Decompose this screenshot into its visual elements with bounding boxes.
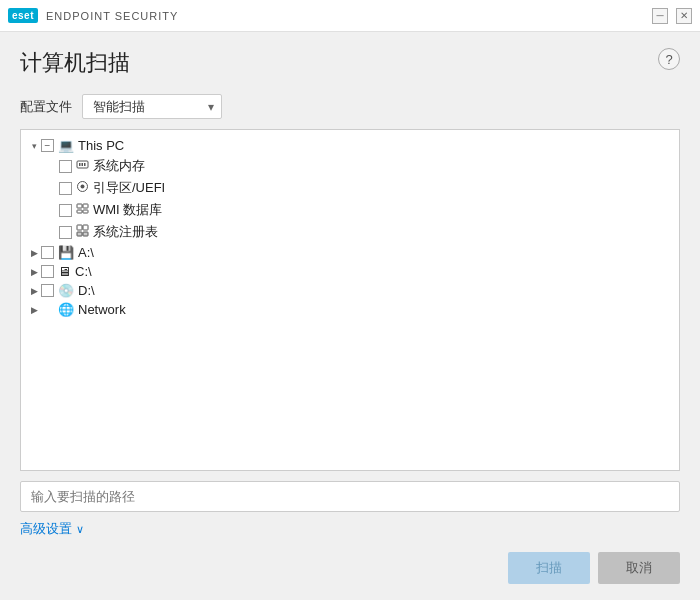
- eset-logo: eset: [8, 8, 38, 23]
- svg-rect-12: [77, 232, 82, 236]
- path-input[interactable]: [20, 481, 680, 512]
- cancel-button[interactable]: 取消: [598, 552, 680, 584]
- tree-icon-registry: [76, 224, 89, 240]
- tree-checkbox-drive-a[interactable]: [41, 246, 54, 259]
- tree-icon-system-memory: [76, 158, 89, 174]
- tree-icon-drive-d: 💿: [58, 283, 74, 298]
- svg-rect-7: [83, 204, 88, 208]
- tree-checkbox-wmi-db[interactable]: [59, 204, 72, 217]
- tree-checkbox-system-memory[interactable]: [59, 160, 72, 173]
- titlebar: eset ENDPOINT SECURITY ─ ✕: [0, 0, 700, 32]
- tree-item-registry[interactable]: ▶系统注册表: [21, 221, 679, 243]
- logo-text: eset: [8, 8, 38, 23]
- tree-expander-drive-a[interactable]: ▶: [27, 246, 41, 260]
- tree-label-network: Network: [78, 302, 126, 317]
- minimize-button[interactable]: ─: [652, 8, 668, 24]
- tree-icon-this-pc: 💻: [58, 138, 74, 153]
- advanced-settings-row[interactable]: 高级设置 ∨: [20, 520, 680, 538]
- tree-expander-this-pc[interactable]: ▾: [27, 139, 41, 153]
- tree-item-system-memory[interactable]: ▶系统内存: [21, 155, 679, 177]
- tree-item-this-pc[interactable]: ▾💻This PC: [21, 136, 679, 155]
- tree-icon-drive-c: 🖥: [58, 264, 71, 279]
- close-button[interactable]: ✕: [676, 8, 692, 24]
- svg-rect-11: [83, 225, 88, 230]
- tree-label-this-pc: This PC: [78, 138, 124, 153]
- help-button[interactable]: ?: [658, 48, 680, 70]
- config-row: 配置文件 智能扫描 深度扫描 快速扫描 自定义扫描: [20, 94, 680, 119]
- tree-item-drive-a[interactable]: ▶💾A:\: [21, 243, 679, 262]
- tree-icon-drive-a: 💾: [58, 245, 74, 260]
- tree-label-boot-uefi: 引导区/UEFI: [93, 179, 165, 197]
- config-select[interactable]: 智能扫描 深度扫描 快速扫描 自定义扫描: [82, 94, 222, 119]
- svg-point-5: [81, 185, 85, 189]
- tree-item-drive-c[interactable]: ▶🖥C:\: [21, 262, 679, 281]
- svg-rect-9: [83, 210, 88, 213]
- tree-checkbox-boot-uefi[interactable]: [59, 182, 72, 195]
- advanced-chevron-icon: ∨: [76, 523, 84, 536]
- config-select-wrapper[interactable]: 智能扫描 深度扫描 快速扫描 自定义扫描: [82, 94, 222, 119]
- config-label: 配置文件: [20, 98, 72, 116]
- tree-checkbox-drive-d[interactable]: [41, 284, 54, 297]
- tree-expander-network[interactable]: ▶: [27, 303, 41, 317]
- tree-icon-boot-uefi: [76, 180, 89, 196]
- tree-checkbox-this-pc[interactable]: [41, 139, 54, 152]
- tree-label-drive-d: D:\: [78, 283, 95, 298]
- svg-rect-6: [77, 204, 82, 208]
- tree-label-drive-c: C:\: [75, 264, 92, 279]
- svg-rect-10: [77, 225, 82, 230]
- svg-rect-2: [82, 163, 84, 166]
- svg-rect-3: [84, 163, 86, 166]
- page-header: 计算机扫描 ?: [20, 48, 680, 78]
- tree-checkbox-drive-c[interactable]: [41, 265, 54, 278]
- tree-checkbox-registry[interactable]: [59, 226, 72, 239]
- tree-item-boot-uefi[interactable]: ▶引导区/UEFI: [21, 177, 679, 199]
- footer-buttons: 扫描 取消: [20, 548, 680, 584]
- titlebar-left: eset ENDPOINT SECURITY: [8, 8, 178, 23]
- tree-expander-drive-c[interactable]: ▶: [27, 265, 41, 279]
- tree-expander-drive-d[interactable]: ▶: [27, 284, 41, 298]
- tree-item-network[interactable]: ▶🌐Network: [21, 300, 679, 319]
- tree-label-drive-a: A:\: [78, 245, 94, 260]
- svg-rect-1: [79, 163, 81, 166]
- tree-icon-network: 🌐: [58, 302, 74, 317]
- tree-item-drive-d[interactable]: ▶💿D:\: [21, 281, 679, 300]
- tree-item-wmi-db[interactable]: ▶WMI 数据库: [21, 199, 679, 221]
- scan-button[interactable]: 扫描: [508, 552, 590, 584]
- titlebar-controls: ─ ✕: [652, 8, 692, 24]
- svg-rect-13: [83, 232, 88, 236]
- tree-label-wmi-db: WMI 数据库: [93, 201, 162, 219]
- tree-icon-wmi-db: [76, 202, 89, 218]
- main-content: 计算机扫描 ? 配置文件 智能扫描 深度扫描 快速扫描 自定义扫描 ▾💻This…: [0, 32, 700, 600]
- titlebar-title: ENDPOINT SECURITY: [46, 10, 178, 22]
- tree-label-system-memory: 系统内存: [93, 157, 145, 175]
- tree-label-registry: 系统注册表: [93, 223, 158, 241]
- advanced-settings-label[interactable]: 高级设置: [20, 520, 72, 538]
- svg-rect-8: [77, 210, 82, 213]
- file-tree[interactable]: ▾💻This PC▶系统内存▶引导区/UEFI▶WMI 数据库▶系统注册表▶💾A…: [20, 129, 680, 471]
- page-title: 计算机扫描: [20, 48, 130, 78]
